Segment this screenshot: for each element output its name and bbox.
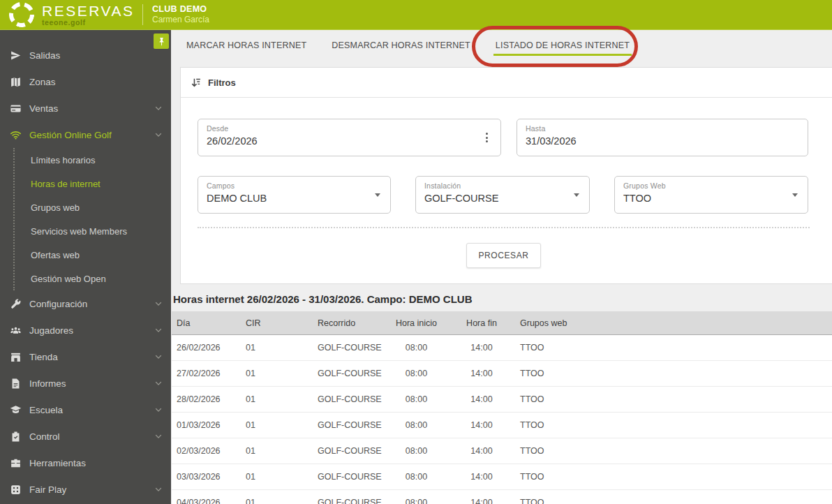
dice-icon <box>10 484 22 496</box>
sidebar-subitem-grupos-web[interactable]: Grupos web <box>15 195 171 219</box>
sidebar-subitem-horas-de-internet[interactable]: Horas de internet <box>15 172 171 195</box>
hasta-date-field[interactable]: Hasta 31/03/2026 <box>517 119 808 156</box>
sidebar-subitem-gestion-web-open[interactable]: Gestión web Open <box>15 267 171 290</box>
table-row[interactable]: 02/03/202601GOLF-COURSE08:0014:00TTOO <box>172 438 832 464</box>
hasta-label: Hasta <box>526 124 799 133</box>
sidebar-item-zonas[interactable]: Zonas <box>0 68 171 95</box>
table-cell-hora-inicio: 08:00 <box>382 420 450 430</box>
desde-value: 26/02/2026 <box>207 135 492 147</box>
table-cell-hora-fin: 14:00 <box>450 498 513 504</box>
tab-bar: MARCAR HORAS INTERNETDESMARCAR HORAS INT… <box>171 30 832 67</box>
chevron-down-icon <box>154 485 163 494</box>
table-row[interactable]: 27/02/202601GOLF-COURSE08:0014:00TTOO <box>172 361 832 387</box>
sidebar-subitem-limites-horarios[interactable]: Límites horarios <box>15 148 171 172</box>
chevron-down-icon <box>154 406 163 414</box>
campos-select[interactable]: Campos DEMO CLUB <box>198 176 391 214</box>
table-cell-grupos-web: TTOO <box>513 394 832 404</box>
table-cell-cir: 01 <box>246 472 318 482</box>
table-cell-hora-inicio: 08:00 <box>382 343 450 353</box>
sidebar-item-informes[interactable]: Informes <box>0 370 171 396</box>
table-row[interactable]: 28/02/202601GOLF-COURSE08:0014:00TTOO <box>172 387 832 413</box>
sidebar: SalidasZonasVentasGestión Online GolfLím… <box>0 30 171 504</box>
wrench-icon <box>10 298 22 310</box>
instalacion-select[interactable]: Instalación GOLF-COURSE <box>415 176 590 214</box>
table-cell-grupos-web: TTOO <box>513 472 832 482</box>
kebab-menu-icon[interactable] <box>486 133 488 142</box>
dotted-separator <box>198 227 810 228</box>
sidebar-item-control[interactable]: Control <box>0 423 171 450</box>
sidebar-item-label: Escuela <box>29 405 147 415</box>
table-cell-cir: 01 <box>246 420 318 430</box>
school-icon <box>10 404 22 416</box>
procesar-button[interactable]: PROCESAR <box>466 243 540 268</box>
chevron-down-icon <box>154 299 163 308</box>
tab-marcar-horas-internet[interactable]: MARCAR HORAS INTERNET <box>184 30 309 56</box>
desde-date-field[interactable]: Desde 26/02/2026 <box>198 119 501 156</box>
table-row[interactable]: 01/03/202601GOLF-COURSE08:0014:00TTOO <box>172 413 832 438</box>
brand-subtitle: teeone.golf <box>42 19 134 27</box>
chevron-down-icon <box>154 353 163 361</box>
table-cell-recorrido: GOLF-COURSE <box>318 472 382 482</box>
clipboard-icon <box>10 431 22 443</box>
sidebar-item-configuracion[interactable]: Configuración <box>0 290 171 317</box>
sidebar-item-jugadores[interactable]: Jugadores <box>0 317 171 343</box>
toolbox-icon <box>10 457 22 469</box>
filters-header[interactable]: Filtros <box>181 68 832 98</box>
table-cell-hora-inicio: 08:00 <box>382 394 450 404</box>
wifi-icon <box>10 129 22 141</box>
table-cell-dia: 02/03/2026 <box>172 446 246 456</box>
table-cell-hora-fin: 14:00 <box>450 472 513 482</box>
tab-listado-de-horas-internet[interactable]: LISTADO DE HORAS INTERNET <box>493 30 632 56</box>
sidebar-item-ventas[interactable]: Ventas <box>0 95 171 121</box>
chevron-down-icon <box>154 379 163 387</box>
filters-card: Filtros Desde 26/02/2026 Hasta 31/03/202… <box>180 67 832 284</box>
table-header-row: DíaCIRRecorridoHora inicioHora finGrupos… <box>172 311 832 335</box>
column-header-cir: CIR <box>246 318 318 328</box>
grupos-web-select[interactable]: Grupos Web TTOO <box>614 176 808 214</box>
table-cell-hora-fin: 14:00 <box>450 343 513 353</box>
sidebar-item-label: Herramientas <box>29 458 163 468</box>
table-cell-hora-fin: 14:00 <box>450 420 513 430</box>
table-cell-grupos-web: TTOO <box>513 498 832 504</box>
sidebar-item-label: Tienda <box>29 352 147 362</box>
sidebar-subitem-servicios-web-members[interactable]: Servicios web Members <box>15 219 171 243</box>
table-cell-cir: 01 <box>246 498 318 504</box>
table-cell-dia: 03/03/2026 <box>172 472 246 482</box>
table-row[interactable]: 26/02/202601GOLF-COURSE08:0014:00TTOO <box>172 335 832 361</box>
table-row[interactable]: 04/03/202601GOLF-COURSE08:0014:00TTOO <box>172 490 832 504</box>
sidebar-nav: SalidasZonasVentasGestión Online GolfLím… <box>0 30 171 503</box>
table-cell-dia: 27/02/2026 <box>172 369 246 378</box>
desde-label: Desde <box>207 124 492 133</box>
tab-desmarcar-horas-internet[interactable]: DESMARCAR HORAS INTERNET <box>329 30 473 56</box>
sidebar-item-salidas[interactable]: Salidas <box>0 42 171 68</box>
sidebar-item-fair-play[interactable]: Fair Play <box>0 476 171 503</box>
sidebar-item-label: Jugadores <box>29 325 147 336</box>
table-cell-hora-inicio: 08:00 <box>382 446 450 456</box>
grupos-web-value: TTOO <box>623 193 799 204</box>
chevron-down-icon <box>154 104 163 112</box>
credit-card-icon <box>10 103 22 114</box>
table-row[interactable]: 03/03/202601GOLF-COURSE08:0014:00TTOO <box>172 464 832 490</box>
send-icon <box>10 50 22 61</box>
main-content: MARCAR HORAS INTERNETDESMARCAR HORAS INT… <box>171 30 832 504</box>
sidebar-item-label: Informes <box>29 378 147 389</box>
instalacion-value: GOLF-COURSE <box>424 193 581 204</box>
table-cell-hora-fin: 14:00 <box>450 446 513 456</box>
campos-value: DEMO CLUB <box>207 193 382 204</box>
sidebar-item-label: Gestión Online Golf <box>29 130 147 140</box>
sidebar-item-escuela[interactable]: Escuela <box>0 396 171 423</box>
sidebar-item-tienda[interactable]: Tienda <box>0 343 171 370</box>
filters-title: Filtros <box>208 77 236 88</box>
table-cell-cir: 01 <box>246 343 318 353</box>
table-cell-grupos-web: TTOO <box>513 343 832 353</box>
sort-filter-icon <box>190 77 202 89</box>
sidebar-item-gestion-online-golf[interactable]: Gestión Online Golf <box>0 121 171 148</box>
brand-circle-icon <box>6 0 37 31</box>
sidebar-item-herramientas[interactable]: Herramientas <box>0 450 171 476</box>
dropdown-caret-icon <box>574 193 579 197</box>
pin-sidebar-button[interactable] <box>154 34 169 49</box>
column-header-recorrido: Recorrido <box>318 318 382 328</box>
table-cell-hora-fin: 14:00 <box>450 369 513 378</box>
column-header-hora-fin: Hora fin <box>450 318 513 328</box>
sidebar-subitem-ofertas-web[interactable]: Ofertas web <box>15 243 171 267</box>
